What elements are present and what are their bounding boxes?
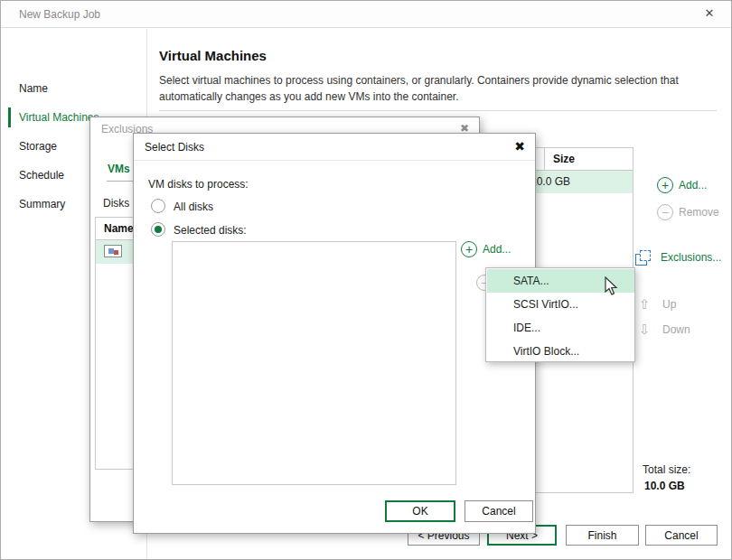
total-size-value: 10.0 GB: [644, 480, 685, 492]
menu-item-sata[interactable]: SATA...: [487, 269, 634, 293]
page-title: Virtual Machines: [159, 48, 267, 63]
window-close-icon[interactable]: [700, 6, 718, 23]
radio-all-disks[interactable]: [151, 199, 165, 213]
up-arrow-icon: [639, 297, 651, 311]
ok-button[interactable]: OK: [385, 500, 455, 522]
radio-selected-disks-label[interactable]: Selected disks:: [174, 224, 247, 237]
dialog-cancel-button[interactable]: Cancel: [465, 500, 533, 522]
select-disks-close-icon[interactable]: [511, 139, 528, 155]
add-icon: [657, 177, 673, 193]
menu-item-scsi-virtio[interactable]: SCSI VirtIO...: [487, 293, 634, 316]
new-backup-job-window: New Backup Job Name Virtual Machines Sto…: [0, 0, 732, 560]
menu-item-virtio-block[interactable]: VirtIO Block...: [487, 340, 634, 363]
finish-button[interactable]: Finish: [566, 525, 639, 546]
cancel-button[interactable]: Cancel: [645, 525, 718, 546]
tab-vms[interactable]: VMs: [108, 163, 130, 175]
page-description-line2: automatically changes as you add new VMs…: [159, 90, 719, 103]
divider: [159, 110, 717, 111]
tab-underline: [107, 181, 136, 182]
column-header-name[interactable]: Name: [104, 222, 134, 235]
disks-label: Disks: [103, 197, 129, 210]
divider: [134, 160, 535, 161]
add-button[interactable]: Add...: [679, 179, 707, 191]
column-header-size[interactable]: Size: [553, 153, 575, 165]
select-disks-title: Select Disks: [145, 141, 204, 154]
menu-item-ide[interactable]: IDE...: [487, 316, 634, 340]
select-disks-dialog: Select Disks VM disks to process: All di…: [133, 133, 536, 534]
active-step-indicator: [8, 107, 11, 127]
down-arrow-icon: [639, 322, 651, 336]
window-title-bar: New Backup Job: [1, 1, 731, 28]
sidebar-item-name[interactable]: Name: [19, 82, 136, 97]
radio-all-disks-label[interactable]: All disks: [174, 201, 213, 213]
total-size-label: Total size:: [643, 463, 690, 476]
vm-row-size-value: 10.0 GB: [530, 175, 570, 188]
dialog-add-icon: [461, 241, 477, 257]
down-button[interactable]: Down: [662, 323, 690, 336]
remove-icon: [657, 204, 673, 220]
remove-button[interactable]: Remove: [679, 206, 719, 219]
page-description-line1: Select virtual machines to process using…: [159, 74, 719, 87]
column-divider: [544, 148, 545, 171]
selected-disks-listbox[interactable]: [172, 241, 456, 485]
dialog-add-button[interactable]: Add...: [483, 243, 511, 256]
exclusions-button[interactable]: Exclusions...: [661, 251, 721, 264]
vm-icon: [104, 245, 122, 257]
vm-disks-prompt: VM disks to process:: [148, 178, 249, 191]
window-title: New Backup Job: [19, 8, 100, 21]
exclusions-icon: [635, 250, 651, 266]
radio-selected-disks[interactable]: [151, 222, 165, 237]
up-button[interactable]: Up: [662, 298, 676, 311]
add-disk-context-menu: SATA... SCSI VirtIO... IDE... VirtIO Blo…: [485, 267, 635, 362]
